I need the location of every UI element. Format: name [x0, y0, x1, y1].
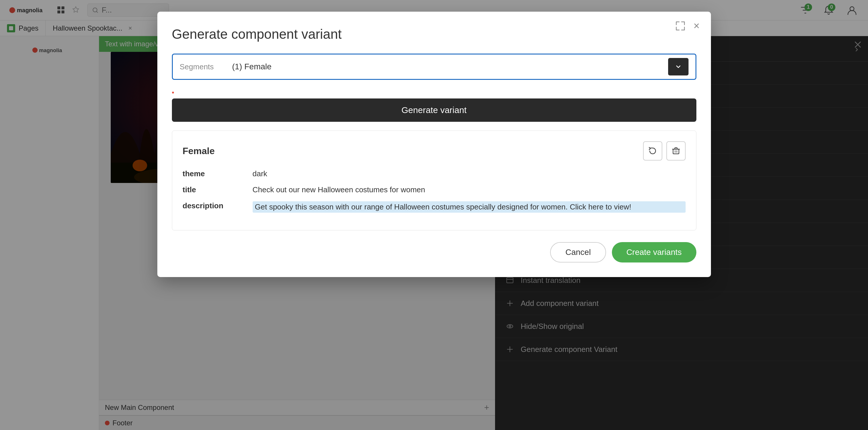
segments-dropdown-btn[interactable]: [668, 58, 688, 75]
segments-value: (1) Female: [226, 62, 668, 71]
variant-fields: theme dark title Check out our new Hallo…: [183, 169, 686, 213]
generate-variant-btn[interactable]: Generate variant: [172, 98, 696, 122]
segments-label: Segments: [180, 62, 226, 71]
field-val-title: Check out our new Halloween costumes for…: [253, 185, 686, 194]
modal-title: Generate component variant: [172, 26, 696, 42]
modal-expand-btn[interactable]: [673, 19, 688, 33]
field-key-theme: theme: [183, 169, 241, 178]
variant-field-theme: theme dark: [183, 169, 686, 178]
segments-field[interactable]: Segments (1) Female: [172, 54, 696, 80]
modal: Generate component variant × Segments (1…: [157, 12, 711, 277]
field-val-description: Get spooky this season with our range of…: [253, 201, 686, 213]
variant-undo-btn[interactable]: [643, 141, 662, 160]
svg-rect-31: [673, 149, 679, 154]
modal-footer: Cancel Create variants: [172, 242, 696, 263]
variant-card-header: Female: [183, 141, 686, 160]
variant-delete-btn[interactable]: [666, 141, 686, 160]
field-key-description: description: [183, 201, 241, 213]
field-val-theme: dark: [253, 169, 686, 178]
field-key-title: title: [183, 185, 241, 194]
cancel-btn[interactable]: Cancel: [550, 242, 606, 263]
variant-field-description: description Get spooky this season with …: [183, 201, 686, 213]
variant-name: Female: [183, 146, 215, 156]
required-marker: •: [172, 89, 696, 97]
variant-actions: [643, 141, 686, 160]
create-variants-btn[interactable]: Create variants: [612, 242, 696, 263]
modal-overlay: Generate component variant × Segments (1…: [0, 0, 868, 430]
modal-close-btn[interactable]: ×: [689, 19, 704, 33]
variant-card: Female: [172, 130, 696, 231]
variant-field-title: title Check out our new Halloween costum…: [183, 185, 686, 194]
